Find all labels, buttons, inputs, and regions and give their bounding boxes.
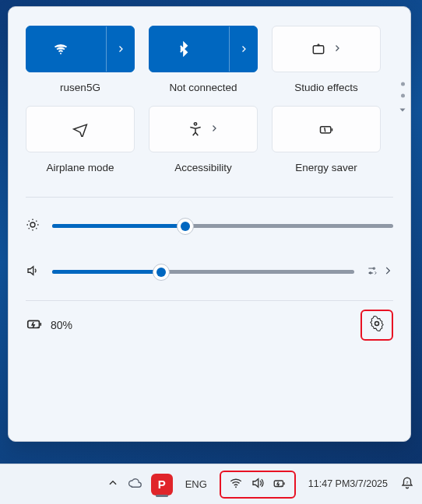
- volume-tray-icon: [251, 476, 265, 492]
- bluetooth-toggle[interactable]: [149, 26, 218, 72]
- chevron-right-icon: [382, 265, 393, 278]
- accessibility-label: Accessibility: [174, 162, 232, 173]
- svg-point-9: [235, 486, 237, 488]
- svg-point-0: [60, 53, 62, 54]
- wifi-icon: [53, 41, 69, 57]
- gear-icon: [369, 316, 385, 334]
- app-tray-icon[interactable]: P: [151, 471, 173, 499]
- wifi-more-button[interactable]: [106, 26, 134, 72]
- language-indicator[interactable]: ENG: [182, 471, 210, 499]
- studio-effects-label: Studio effects: [294, 82, 358, 93]
- battery-status[interactable]: 80%: [26, 315, 72, 334]
- chevron-right-icon: [332, 44, 342, 55]
- studio-effects-tile[interactable]: [272, 26, 381, 72]
- airplane-mode-tile[interactable]: [26, 106, 135, 152]
- battery-charging-icon: [26, 315, 43, 334]
- brightness-slider[interactable]: [52, 224, 393, 228]
- studio-effects-icon: [311, 41, 326, 57]
- pager-down-icon[interactable]: [398, 106, 407, 117]
- wifi-toggle[interactable]: [26, 26, 95, 72]
- energy-saver-label: Energy saver: [295, 162, 357, 173]
- brightness-icon: [26, 218, 40, 234]
- battery-percent: 80%: [51, 319, 72, 331]
- wifi-label: rusen5G: [60, 82, 100, 93]
- airplane-icon: [72, 121, 88, 137]
- svg-rect-3: [321, 127, 331, 133]
- svg-point-4: [30, 222, 35, 227]
- cloud-icon: [128, 476, 142, 492]
- svg-point-5: [373, 268, 375, 269]
- quick-tiles-grid: rusen5G Not connected: [26, 26, 378, 173]
- volume-icon: [26, 264, 40, 280]
- volume-row: [26, 264, 393, 280]
- airplane-mode-label: Airplane mode: [46, 162, 114, 173]
- brightness-row: [26, 218, 393, 234]
- pager-dot: [401, 94, 405, 98]
- bluetooth-label: Not connected: [169, 82, 237, 93]
- tray-overflow-button[interactable]: [107, 471, 118, 499]
- svg-text:z: z: [406, 480, 409, 485]
- clock-date: 3/7/2025: [350, 478, 388, 491]
- taskbar: P ENG 11:47 PM 3/7/2025 z: [0, 464, 422, 504]
- volume-output-button[interactable]: [367, 265, 393, 278]
- flyout-footer: 80%: [26, 300, 393, 348]
- bluetooth-tile[interactable]: [149, 26, 258, 72]
- svg-rect-1: [313, 46, 323, 54]
- bluetooth-more-button[interactable]: [229, 26, 257, 72]
- volume-slider[interactable]: [52, 270, 354, 274]
- accessibility-icon: [188, 121, 203, 137]
- pager-dot: [401, 82, 405, 86]
- clock[interactable]: 11:47 PM 3/7/2025: [305, 471, 391, 499]
- svg-point-2: [194, 123, 196, 125]
- clock-time: 11:47 PM: [308, 478, 350, 491]
- quick-settings-flyout: rusen5G Not connected: [8, 6, 411, 442]
- accessibility-tile[interactable]: [149, 106, 258, 152]
- svg-point-8: [375, 322, 379, 326]
- system-tray-cluster[interactable]: [220, 471, 296, 499]
- chevron-up-icon: [107, 478, 118, 491]
- tiles-pager[interactable]: [398, 82, 407, 117]
- energy-saver-icon: [318, 121, 334, 137]
- sliders-section: [26, 197, 393, 280]
- notifications-button[interactable]: z: [400, 471, 414, 499]
- battery-tray-icon: [273, 476, 287, 492]
- audio-output-icon: [367, 265, 378, 278]
- settings-button[interactable]: [360, 310, 393, 341]
- p-app-icon: P: [151, 474, 173, 495]
- wifi-tile[interactable]: [26, 26, 135, 72]
- language-label: ENG: [185, 478, 207, 490]
- onedrive-tray[interactable]: [128, 471, 142, 499]
- do-not-disturb-icon: z: [400, 476, 414, 492]
- bluetooth-icon: [176, 41, 192, 57]
- energy-saver-tile[interactable]: [272, 106, 381, 152]
- wifi-tray-icon: [229, 476, 243, 492]
- chevron-right-icon: [209, 124, 219, 135]
